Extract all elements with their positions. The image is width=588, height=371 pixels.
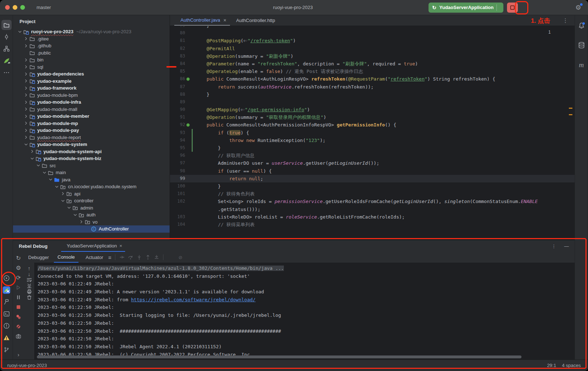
project-folder-button[interactable] bbox=[1, 20, 12, 30]
tree-item-yudao-module-report[interactable]: yudao-module-report bbox=[13, 134, 170, 141]
settings-button[interactable]: ⚙ bbox=[14, 264, 23, 272]
step-into-button[interactable] bbox=[136, 254, 142, 260]
project-title[interactable]: ruoyi-vue-pro-2023 bbox=[273, 5, 313, 10]
clear-console-button[interactable] bbox=[26, 294, 32, 300]
notifications-bell-button[interactable] bbox=[576, 21, 587, 31]
tree-item-auth[interactable]: auth bbox=[13, 211, 170, 219]
tree-item-yudao-module-pay[interactable]: yudao-module-pay bbox=[13, 127, 170, 134]
chevron-right-icon[interactable] bbox=[60, 191, 66, 196]
jrebel-button[interactable]: JR bbox=[1, 56, 12, 66]
code-line-104[interactable]: 104 // 获得菜单列表 bbox=[170, 221, 575, 228]
chevron-down-icon[interactable] bbox=[41, 170, 47, 175]
tree-item-yudao-module-system-biz[interactable]: yudao-module-system-biz bbox=[13, 155, 170, 162]
tree-item-cn-iocoder-yudao-module-system[interactable]: cn.iocoder.yudao.module.system bbox=[13, 183, 170, 190]
code-line-89[interactable]: 89 bbox=[170, 98, 575, 106]
chevron-down-icon[interactable] bbox=[47, 177, 54, 182]
line-number[interactable]: 99 bbox=[170, 175, 185, 182]
tree-item-yudao-module-system[interactable]: yudao-module-system bbox=[13, 141, 170, 148]
more-horizontal-button[interactable] bbox=[1, 68, 12, 78]
rerun-button[interactable]: ↻ bbox=[14, 254, 23, 263]
tree-item-yudao-module-mall[interactable]: yudao-module-mall bbox=[13, 106, 170, 113]
restart-button[interactable]: ⟳ bbox=[14, 273, 23, 282]
jrebel-debug-button[interactable] bbox=[1, 285, 12, 295]
maven-button[interactable]: m bbox=[576, 60, 587, 70]
stop-button[interactable] bbox=[14, 303, 23, 311]
line-number[interactable]: 96 bbox=[170, 152, 185, 159]
tree-item-yudao-module-bpm[interactable]: yudao-module-bpm bbox=[13, 92, 170, 99]
console-link[interactable]: https://jrebel.com/software/jrebel/downl… bbox=[131, 297, 255, 302]
code-line-94[interactable]: 94 throw new RuntimeException("123"); bbox=[170, 137, 575, 144]
chevron-right-icon[interactable] bbox=[23, 64, 29, 69]
line-number[interactable]: 90 bbox=[170, 106, 185, 113]
minimize-window-button[interactable] bbox=[13, 5, 17, 10]
line-number[interactable]: 82 bbox=[170, 45, 185, 52]
tree-item-src[interactable]: src bbox=[13, 162, 170, 169]
line-number[interactable]: 93 bbox=[170, 129, 185, 137]
code-line-100[interactable]: 100 } bbox=[170, 182, 575, 190]
chevron-right-icon[interactable] bbox=[23, 86, 29, 91]
run-window-button[interactable] bbox=[1, 273, 12, 283]
terminal-button[interactable] bbox=[1, 309, 12, 319]
tree-item-yudao-module-mp[interactable]: yudao-module-mp bbox=[13, 120, 170, 127]
step-out-button[interactable] bbox=[145, 254, 151, 260]
code-line-83[interactable]: 83 @Operation(summary = "刷新令牌") bbox=[170, 52, 575, 60]
up-stack-button[interactable]: ↑ bbox=[28, 266, 31, 271]
jrebel-run-button[interactable] bbox=[521, 3, 531, 12]
tree-item-api[interactable]: api bbox=[13, 190, 170, 198]
code-line-84[interactable]: 84 @Parameter(name = "refreshToken", des… bbox=[170, 60, 575, 68]
line-number[interactable]: 89 bbox=[170, 98, 185, 106]
line-number[interactable]: 104 bbox=[170, 221, 185, 228]
run-to-cursor-button[interactable] bbox=[154, 254, 159, 260]
chevron-down-icon[interactable] bbox=[72, 212, 78, 217]
mute-renderers-icon[interactable]: ⊘ bbox=[176, 255, 184, 260]
line-number[interactable]: 81 bbox=[170, 37, 185, 44]
url-inlay-icon[interactable]: ⊕˅ bbox=[243, 37, 248, 44]
code-line-85[interactable]: 85 @OperateLog(enable = false) // 避免 Pos… bbox=[170, 68, 575, 75]
code-editor[interactable]: 79 }8081 @PostMapping(⊕˅"/refresh-token"… bbox=[170, 26, 575, 228]
scrollbar-warning-mark[interactable] bbox=[569, 108, 572, 109]
more-options-icon[interactable]: ⋮ bbox=[551, 243, 556, 249]
search-everywhere-button[interactable] bbox=[561, 3, 570, 12]
chevron-right-icon[interactable] bbox=[23, 135, 29, 140]
build-hammer-button[interactable] bbox=[1, 297, 12, 307]
tree-item--github[interactable]: .github bbox=[13, 42, 170, 49]
view-tab-actuator[interactable]: Actuator bbox=[80, 252, 107, 263]
chevron-down-icon[interactable] bbox=[60, 198, 66, 203]
chevron-right-icon[interactable] bbox=[29, 149, 35, 154]
git-branch-widget[interactable]: master bbox=[31, 3, 56, 12]
tree-item-ruoyi-vue-pro-2023[interactable]: ruoyi-vue-pro-2023~/Java/ruoyi-vue-pro-2… bbox=[13, 28, 170, 35]
line-number[interactable]: 94 bbox=[170, 137, 185, 144]
code-line-90[interactable]: 90 @GetMapping(⊕˅"/get-permission-info") bbox=[170, 106, 575, 113]
chevron-down-icon[interactable] bbox=[54, 184, 60, 189]
line-number[interactable]: 84 bbox=[170, 60, 185, 68]
layout-options-icon[interactable]: ≡ bbox=[108, 255, 111, 260]
structure-button[interactable] bbox=[1, 44, 12, 54]
indent-setting[interactable]: 4 spaces bbox=[562, 363, 581, 368]
git-branch-button[interactable] bbox=[1, 345, 12, 355]
line-number[interactable]: 91 bbox=[170, 113, 185, 121]
code-line-82[interactable]: 82 @PermitAll bbox=[170, 45, 575, 52]
chevron-down-icon[interactable] bbox=[29, 156, 35, 161]
stop-button[interactable] bbox=[507, 3, 518, 13]
chevron-down-icon[interactable] bbox=[66, 205, 72, 210]
jrebel-disabled-button[interactable] bbox=[547, 3, 557, 12]
url-inlay-icon[interactable]: ⊕˅ bbox=[240, 106, 245, 113]
chevron-right-icon[interactable] bbox=[78, 219, 84, 224]
line-number[interactable]: 80 bbox=[170, 29, 185, 37]
line-number[interactable] bbox=[170, 206, 185, 213]
chevron-right-icon[interactable] bbox=[23, 43, 29, 48]
line-number[interactable]: 98 bbox=[170, 167, 185, 175]
chevron-right-icon[interactable] bbox=[23, 78, 29, 83]
warning-button[interactable] bbox=[1, 333, 12, 343]
tree-item-yudao-framework[interactable]: yudao-framework bbox=[13, 85, 170, 92]
tree-item-sql[interactable]: sql bbox=[13, 64, 170, 71]
line-number[interactable]: 79 bbox=[170, 26, 185, 29]
scroll-to-end-button[interactable] bbox=[26, 283, 32, 289]
close-window-button[interactable] bbox=[5, 5, 10, 10]
line-number[interactable]: 85 bbox=[170, 68, 185, 75]
chevron-down-icon[interactable] bbox=[35, 163, 41, 168]
maximize-window-button[interactable] bbox=[20, 5, 25, 10]
database-button[interactable] bbox=[576, 40, 587, 50]
project-panel-title[interactable]: Project bbox=[20, 19, 35, 24]
more-actions-button[interactable]: › bbox=[14, 350, 23, 359]
